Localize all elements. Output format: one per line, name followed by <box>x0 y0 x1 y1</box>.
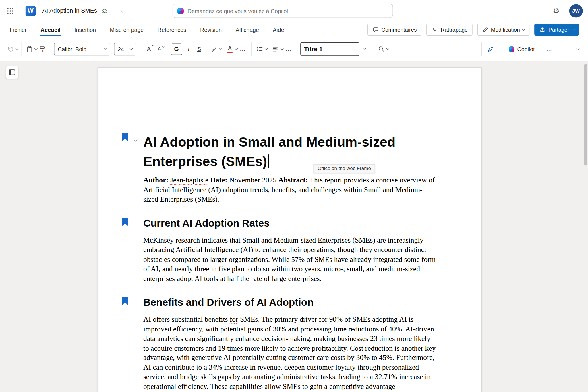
app-launcher-icon <box>7 7 14 14</box>
tab-aide[interactable]: Aide <box>272 23 285 36</box>
author-label: Author: <box>143 176 169 184</box>
abstract-label: Abstract: <box>278 176 308 184</box>
doc-title-heading[interactable]: AI Adoption in Small and Medium-sized En… <box>143 132 436 171</box>
undo-menu-chevron-icon[interactable] <box>15 47 18 50</box>
format-painter-button[interactable] <box>37 43 48 55</box>
titlebar: W AI Adoption in SMEs ⚙ JW <box>0 0 588 22</box>
more-font-options-button[interactable]: … <box>237 43 248 55</box>
highlight-chevron-icon[interactable] <box>219 47 222 50</box>
font-size-chevron-icon <box>130 47 133 50</box>
copilot-toolbar-label: Copilot <box>517 46 535 52</box>
author-value: Jean-baptiste <box>170 176 208 184</box>
tab-revision[interactable]: Révision <box>199 23 222 36</box>
frame-label: Office on the web Frame <box>314 164 375 173</box>
shrink-font-button[interactable]: A <box>154 43 165 55</box>
vertical-scrollbar-thumb[interactable] <box>584 64 587 165</box>
tab-mise-en-page[interactable]: Mise en page <box>109 23 144 36</box>
share-icon <box>539 27 546 33</box>
body-text: SMEs. The primary driver for 90% of SMEs… <box>143 315 436 390</box>
comment-icon <box>372 27 379 33</box>
heading-collapse-chevron-icon[interactable] <box>134 138 138 142</box>
font-name-value: Calibri Bold <box>58 46 86 52</box>
divider <box>297 42 297 56</box>
toolbar-overflow-button[interactable]: … <box>544 43 555 55</box>
sidebar-panel-icon <box>8 69 16 76</box>
tab-insertion[interactable]: Insertion <box>74 23 96 36</box>
copilot-search[interactable] <box>173 4 393 18</box>
editing-mode-button[interactable]: Modification <box>477 24 530 36</box>
more-paragraph-options-button[interactable]: … <box>283 43 294 55</box>
grow-font-button[interactable]: A <box>144 43 154 55</box>
copilot-toolbar-button[interactable]: Copilot <box>506 43 538 55</box>
tab-accueil[interactable]: Accueil <box>40 23 61 36</box>
section-heading-2[interactable]: Benefits and Drivers of AI Adoption <box>143 296 436 309</box>
share-button[interactable]: Partager <box>535 24 579 36</box>
collapse-ribbon-button[interactable] <box>572 43 583 55</box>
avatar[interactable]: JW <box>569 4 583 17</box>
catch-up-button[interactable]: Rattrapage <box>426 24 472 36</box>
editor-button[interactable] <box>485 43 496 55</box>
bullet-list-button[interactable] <box>255 43 265 55</box>
grow-font-caret-icon <box>152 45 154 48</box>
app-launcher-button[interactable] <box>3 4 17 18</box>
tab-references[interactable]: Références <box>157 23 187 36</box>
font-name-select[interactable]: Calibri Bold <box>54 43 110 55</box>
search-chevron-icon[interactable] <box>386 47 389 50</box>
grow-font-letter: A <box>147 46 151 52</box>
paste-button[interactable] <box>24 43 35 55</box>
catch-up-label: Rattrapage <box>441 27 468 33</box>
section-heading-1[interactable]: Current AI Adoption Rates <box>143 217 436 229</box>
font-size-value: 24 <box>118 46 124 52</box>
styles-select[interactable]: Titre 1 <box>300 42 359 56</box>
font-color-button[interactable]: A <box>225 43 235 55</box>
bookmark-icon[interactable] <box>122 297 128 305</box>
misspelled-word: for <box>230 315 238 323</box>
document-title-text[interactable]: AI Adoption in SMEs <box>42 7 97 14</box>
clipboard-icon <box>26 46 33 53</box>
copilot-icon <box>177 8 184 14</box>
navigation-pane-toggle-button[interactable] <box>6 66 18 79</box>
meta-paragraph[interactable]: Author: Jean-baptiste Date: November 202… <box>143 175 436 204</box>
text-cursor <box>268 154 269 168</box>
ribbon-actions: Commentaires Rattrapage Modification P <box>368 24 579 36</box>
toolbar-right-cluster: Copilot … <box>479 42 583 56</box>
share-chevron-icon <box>571 28 575 31</box>
copilot-icon <box>509 46 515 52</box>
bullet-list-icon <box>256 46 263 52</box>
divider <box>251 42 252 56</box>
saved-cloud-check-icon <box>101 8 108 14</box>
document-page[interactable]: Office on the web Frame AI Adoption in S… <box>98 67 482 392</box>
divider <box>21 42 21 56</box>
bookmark-icon[interactable] <box>122 218 128 226</box>
comments-button[interactable]: Commentaires <box>368 24 421 36</box>
document-canvas: Office on the web Frame AI Adoption in S… <box>0 61 588 392</box>
tab-affichage[interactable]: Affichage <box>235 23 260 36</box>
styles-gallery-button[interactable] <box>359 43 370 55</box>
copilot-input[interactable] <box>187 8 388 14</box>
settings-button[interactable]: ⚙ <box>549 4 563 18</box>
underline-button[interactable]: S <box>194 43 204 55</box>
bullet-list-chevron-icon[interactable] <box>265 47 268 50</box>
tab-fichier[interactable]: Fichier <box>9 23 27 36</box>
word-logo-icon[interactable]: W <box>26 6 36 16</box>
search-button[interactable] <box>376 43 387 55</box>
date-value: November 2025 <box>229 176 276 184</box>
section-heading-row: Benefits and Drivers of AI Adoption <box>143 296 436 309</box>
body-text: AI offers substantial benefits <box>143 315 228 323</box>
undo-button[interactable] <box>5 43 16 55</box>
style-name-value: Titre 1 <box>304 46 322 53</box>
shrink-font-letter: A <box>158 46 161 52</box>
font-color-letter: A <box>228 45 232 51</box>
formatting-toolbar: Calibri Bold 24 A A G I S A <box>0 38 588 61</box>
undo-icon <box>7 46 14 53</box>
alignment-button[interactable] <box>270 43 281 55</box>
italic-button[interactable]: I <box>183 43 194 55</box>
pulse-icon <box>431 27 438 32</box>
font-size-select[interactable]: 24 <box>114 43 136 55</box>
section-body-1[interactable]: McKinsey research indicates that Small a… <box>143 235 436 283</box>
bold-button[interactable]: G <box>171 43 182 55</box>
highlight-button[interactable] <box>209 43 220 55</box>
title-menu-chevron-icon[interactable] <box>121 9 124 12</box>
bookmark-icon[interactable] <box>122 133 128 141</box>
section-body-2[interactable]: AI offers substantial benefits for SMEs.… <box>143 315 436 391</box>
